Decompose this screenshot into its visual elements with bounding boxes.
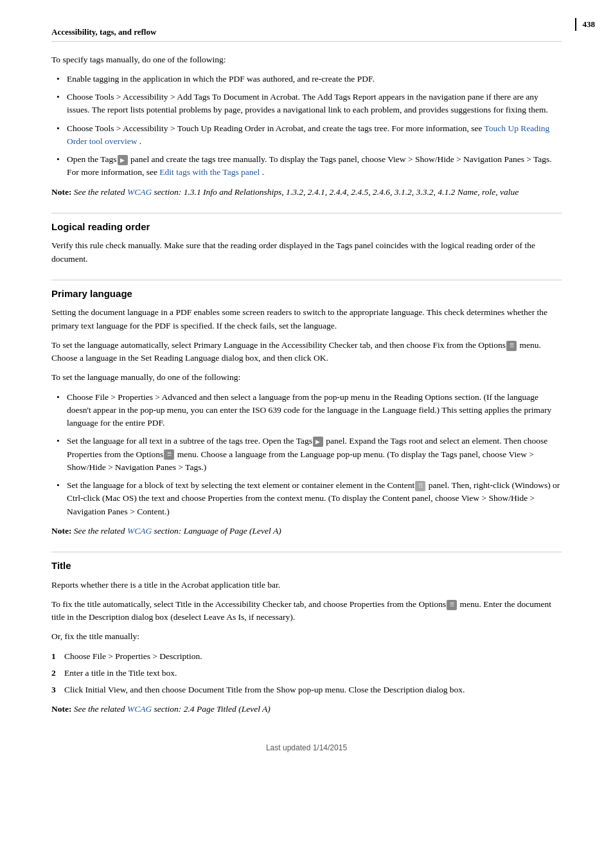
bullet-list: Enable tagging in the application in whi… — [51, 73, 562, 179]
step-number-3: 3 — [51, 683, 56, 696]
title-para2-before: To fix the title automatically, select T… — [51, 599, 446, 609]
pl-bullet-2-before: Set the language for all text in a subtr… — [67, 436, 312, 446]
title-steps: 1 Choose File > Properties > Description… — [51, 650, 562, 697]
primary-language-para3: To set the language manually, do one of … — [51, 371, 562, 384]
pl-bullet-3-before: Set the language for a block of text by … — [67, 480, 414, 490]
bullet-text-2: Choose Tools > Accessibility > Add Tags … — [67, 92, 548, 114]
step-text-2: Enter a title in the Title text box. — [64, 668, 177, 678]
note-label-1: Note: — [51, 187, 71, 197]
step-item: 2 Enter a title in the Title text box. — [51, 667, 562, 680]
options-icon-3: ☰ — [447, 600, 457, 610]
pl-bullet-1: Choose File > Properties > Advanced and … — [67, 392, 551, 428]
title-para3: Or, fix the title manually: — [51, 630, 562, 643]
primary-language-bullets: Choose File > Properties > Advanced and … — [51, 391, 562, 518]
step-item: 3 Click Initial View, and then choose Do… — [51, 683, 562, 696]
bullet-text-3-after: . — [137, 136, 141, 146]
step-text-1: Choose File > Properties > Description. — [64, 651, 202, 661]
primary-language-heading: Primary language — [51, 280, 562, 302]
bullet-text-4-after: . — [260, 167, 264, 177]
primary-lang-para2-before: To set the language automatically, selec… — [51, 340, 506, 350]
wcag-link-1[interactable]: WCAG — [127, 187, 152, 197]
page-number: 438 — [575, 18, 596, 31]
step-number-2: 2 — [51, 667, 56, 680]
logical-reading-order-para: Verify this rule check manually. Make su… — [51, 239, 562, 266]
options-icon-2: ☰ — [164, 449, 174, 460]
title-para1: Reports whether there is a title in the … — [51, 579, 562, 592]
bullet-text-1: Enable tagging in the application in whi… — [67, 74, 375, 84]
bullet-text-4-middle: panel and create the tags tree manually.… — [67, 154, 552, 177]
note-1: Note: See the related WCAG section: 1.3.… — [51, 186, 562, 199]
tags-icon: ▶ — [118, 155, 128, 165]
note-text-3-after: section: 2.4 Page Titled (Level A) — [152, 704, 271, 714]
note-label-2: Note: — [51, 526, 71, 536]
page-footer: Last updated 1/14/2015 — [51, 742, 562, 754]
list-item: Set the language for a block of text by … — [51, 479, 562, 518]
step-number-1: 1 — [51, 650, 56, 663]
step-text-3: Click Initial View, and then choose Docu… — [64, 685, 465, 694]
list-item: Choose File > Properties > Advanced and … — [51, 391, 562, 430]
primary-language-para2: To set the language automatically, selec… — [51, 339, 562, 365]
title-section-heading: Title — [51, 552, 562, 574]
primary-language-para1: Setting the document language in a PDF e… — [51, 306, 562, 332]
bullet-text-4-before: Open the Tags — [67, 154, 117, 164]
list-item: Choose Tools > Accessibility > Touch Up … — [51, 122, 562, 149]
bullet-text-3-before: Choose Tools > Accessibility > Touch Up … — [67, 123, 484, 133]
list-item: Enable tagging in the application in whi… — [51, 73, 562, 86]
page: 438 Accessibility, tags, and reflow To s… — [0, 0, 613, 868]
wcag-link-3[interactable]: WCAG — [127, 704, 152, 714]
note-text-3-before: See the related — [71, 704, 127, 714]
note-text-2-before: See the related — [71, 526, 127, 536]
note-title: Note: See the related WCAG section: 2.4 … — [51, 703, 562, 716]
list-item: Open the Tags▶ panel and create the tags… — [51, 153, 562, 179]
list-item: Set the language for all text in a subtr… — [51, 435, 562, 474]
options-icon-1: ☰ — [506, 341, 517, 351]
note-text-1-after: section: 1.3.1 Info and Relationships, 1… — [152, 187, 519, 197]
tags-icon-2: ▶ — [313, 437, 323, 447]
step-item: 1 Choose File > Properties > Description… — [51, 650, 562, 663]
content-icon: ☷ — [415, 481, 425, 491]
section-header: Accessibility, tags, and reflow — [51, 26, 562, 42]
title-para2: To fix the title automatically, select T… — [51, 598, 562, 624]
list-item: Choose Tools > Accessibility > Add Tags … — [51, 91, 562, 117]
note-primary-language: Note: See the related WCAG section: Lang… — [51, 525, 562, 538]
logical-reading-order-heading: Logical reading order — [51, 213, 562, 235]
note-text-2-after: section: Language of Page (Level A) — [152, 526, 281, 536]
note-text-1-before: See the related — [71, 187, 127, 197]
wcag-link-2[interactable]: WCAG — [127, 526, 152, 536]
edit-tags-link[interactable]: Edit tags with the Tags panel — [159, 167, 260, 177]
intro-paragraph: To specify tags manually, do one of the … — [51, 53, 562, 66]
note-label-3: Note: — [51, 704, 71, 714]
